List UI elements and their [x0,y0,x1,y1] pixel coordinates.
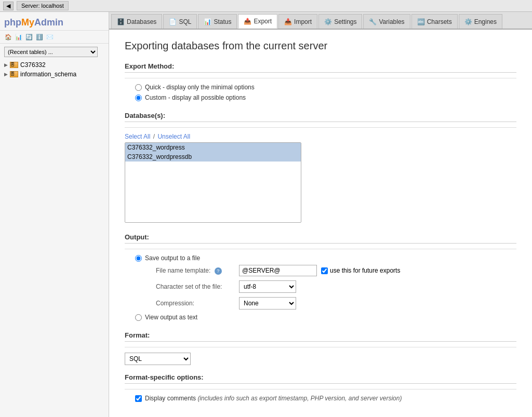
databases-section-title: Database(s): [125,112,516,122]
db-option-wordpressdb: C376332_wordpressdb [125,152,301,162]
topbar: ◀ Server: localhost [0,0,532,12]
logo-my: My [21,17,34,28]
save-to-file-label: Save output to a file [145,254,200,262]
file-name-input[interactable] [239,265,317,276]
tab-databases[interactable]: 🗄️ Databases [111,14,162,29]
logo-admin: Admin [34,17,63,28]
select-all-link[interactable]: Select All [125,133,150,140]
expand-icon-2: ▶ [4,72,8,77]
charset-select[interactable]: utf-8 utf-16 latin1 ascii [239,280,296,293]
logo-area: phpMyAdmin [0,14,109,31]
tab-engines[interactable]: ⚙️ Engines [459,14,502,29]
recent-tables-select[interactable]: (Recent tables) ... [4,47,98,57]
file-name-row: File name template: ? use this for futur… [125,265,516,276]
tab-status[interactable]: 📊 Status [198,14,237,29]
tab-export[interactable]: 📤 Export [238,14,277,29]
compression-select[interactable]: None zip gzip [239,297,296,310]
stats-icon[interactable]: 📊 [15,33,23,41]
format-options-section: Format-specific options: Display comment… [125,373,516,402]
sidebar-item-c376332[interactable]: ▶ 🗄 C376332 [0,60,109,70]
use-future-row: use this for future exports [321,267,400,274]
radio-custom: Custom - display all possible options [125,94,516,101]
sidebar: phpMyAdmin 🏠 📊 🔄 ℹ️ ✉️ (Recent tables) .… [0,12,109,417]
output-section: Output: Save output to a file File name … [125,233,516,321]
view-as-text-row: View output as text [125,314,516,321]
refresh-icon[interactable]: 🔄 [25,33,33,41]
compression-row: Compression: None zip gzip [125,297,516,310]
status-icon: 📊 [204,18,211,25]
save-to-file-row: Save output to a file [125,254,516,262]
quick-radio[interactable] [135,84,142,91]
breadcrumb: Server: localhost [17,1,69,10]
logo-php: php [4,17,21,28]
variables-icon: 🔧 [369,18,377,25]
custom-label: Custom - display all possible options [145,94,246,101]
db-option-wordpress: C376332_wordpress [125,143,301,152]
sidebar-item-information-schema[interactable]: ▶ 🗄 information_schema [0,70,109,79]
tab-charsets[interactable]: 🔤 Charsets [411,14,458,29]
view-as-text-label: View output as text [145,314,197,321]
export-icon: 📤 [244,18,251,25]
content-area: Exporting databases from the current ser… [109,30,532,417]
export-method-section: Export Method: Quick - display only the … [125,62,516,101]
info-icon[interactable]: ℹ️ [35,33,44,41]
compression-label: Compression: [156,300,239,307]
display-comments-checkbox[interactable] [135,395,142,402]
settings-icon: ⚙️ [324,18,332,25]
sql-icon: 📄 [169,18,177,25]
databases-listbox[interactable]: C376332_wordpress C376332_wordpressdb [125,142,301,223]
sep: / [151,133,156,140]
tab-settings[interactable]: ⚙️ Settings [318,14,362,29]
display-comments-row: Display comments (includes info such as … [125,395,516,402]
main-content: 🗄️ Databases 📄 SQL 📊 Status 📤 Export 📥 I… [109,12,532,417]
format-section-title: Format: [125,331,516,342]
use-future-checkbox[interactable] [321,267,328,274]
db-icon-2: 🗄 [10,71,18,77]
file-name-label: File name template: ? [156,267,239,275]
db-name: C376332 [20,61,46,69]
unselect-all-link[interactable]: Unselect All [157,133,190,140]
output-section-title: Output: [125,233,516,244]
charset-row: Character set of the file: utf-8 utf-16 … [125,280,516,293]
page-title: Exporting databases from the current ser… [125,40,516,52]
export-method-title: Export Method: [125,62,516,73]
radio-quick: Quick - display only the minimal options [125,84,516,91]
nav-tabs: 🗄️ Databases 📄 SQL 📊 Status 📤 Export 📥 I… [109,12,532,30]
view-as-text-radio[interactable] [135,314,142,321]
tab-import[interactable]: 📥 Import [278,14,317,29]
display-comments-label: Display comments (includes info such as … [145,395,402,402]
custom-radio[interactable] [135,95,142,101]
mail-icon[interactable]: ✉️ [46,33,54,41]
back-button[interactable]: ◀ [3,2,14,10]
charset-label: Character set of the file: [156,283,239,290]
engines-icon: ⚙️ [464,18,472,25]
use-future-label: use this for future exports [330,267,400,274]
tab-variables[interactable]: 🔧 Variables [363,14,410,29]
format-section: Format: SQL CSV CSV for MS Excel JSON XM… [125,331,516,365]
quick-label: Quick - display only the minimal options [145,84,255,91]
sidebar-icons: 🏠 📊 🔄 ℹ️ ✉️ [0,31,109,44]
format-select[interactable]: SQL CSV CSV for MS Excel JSON XML [125,353,191,365]
import-icon: 📥 [284,18,292,25]
db-icon: 🗄 [10,62,18,68]
charsets-icon: 🔤 [417,18,425,25]
databases-icon: 🗄️ [117,18,125,25]
select-links: Select All / Unselect All [125,133,516,140]
save-to-file-radio[interactable] [135,255,142,262]
home-icon[interactable]: 🏠 [4,33,12,41]
db-name-2: information_schema [20,71,76,78]
expand-icon: ▶ [4,62,8,68]
help-icon[interactable]: ? [215,267,222,275]
databases-section: Database(s): Select All / Unselect All C… [125,112,516,223]
tab-sql[interactable]: 📄 SQL [163,14,197,29]
format-options-title: Format-specific options: [125,373,516,384]
